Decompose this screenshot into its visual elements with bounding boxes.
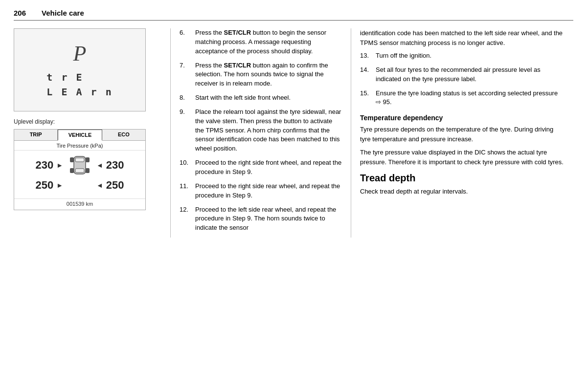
svg-rect-2	[75, 169, 84, 173]
step-15-text: Ensure the tyre loading status is set ac…	[376, 89, 564, 108]
left-column: P t r E L E A r n Uplevel display: TRIP …	[14, 28, 170, 238]
temperature-heading: Temperature dependency	[360, 114, 564, 122]
step-13-num: 13.	[360, 51, 373, 61]
step-14-text: Set all four tyres to the recommended ai…	[376, 65, 564, 84]
step-13-text: Turn off the ignition.	[376, 51, 431, 61]
temperature-para1: Tyre pressure depends on the temperature…	[360, 125, 564, 144]
step-7: 7. Press the SET/CLR button again to con…	[180, 61, 342, 89]
step-12: 12. Proceed to the left side rear wheel,…	[180, 205, 342, 233]
step-14: 14. Set all four tyres to the recommende…	[360, 65, 564, 84]
step-13: 13. Turn off the ignition.	[360, 51, 564, 61]
middle-column: 6. Press the SET/CLR button to begin the…	[170, 28, 351, 238]
step-11-text: Proceed to the right side rear wheel, an…	[195, 182, 342, 200]
tread-section: Tread depth Check tread depth at regular…	[360, 173, 564, 196]
step-14-num: 14.	[360, 65, 373, 84]
step-9-text: Place the relearn tool against the tyre …	[195, 108, 342, 153]
page-header: 206 Vehicle care	[14, 9, 573, 21]
continuation-text: identification code has been matched to …	[360, 28, 564, 47]
step-6: 6. Press the SET/CLR button to begin the…	[180, 28, 342, 56]
uplevel-tabs: TRIP VEHICLE ECO	[14, 130, 145, 141]
step-11-num: 11.	[180, 182, 192, 200]
front-right-pressure: 230	[106, 159, 131, 172]
svg-rect-6	[86, 168, 90, 173]
uplevel-display: TRIP VEHICLE ECO Tire Pressure (kPa) 230…	[14, 129, 146, 210]
tab-eco[interactable]: ECO	[102, 130, 145, 140]
front-left-arrow: ►	[56, 161, 63, 169]
step-8: 8. Start with the left side front wheel.	[180, 93, 342, 103]
svg-rect-3	[70, 157, 74, 162]
pressure-title: Tire Pressure (kPa)	[14, 141, 145, 151]
step-9-num: 9.	[180, 108, 192, 153]
step-8-num: 8.	[180, 93, 192, 103]
step-9: 9. Place the relearn tool against the ty…	[180, 108, 342, 153]
front-left-pressure: 230	[29, 159, 53, 172]
tab-trip[interactable]: TRIP	[14, 130, 58, 140]
svg-rect-5	[70, 168, 74, 173]
step-10-num: 10.	[180, 158, 192, 177]
steps-list-right: 13. Turn off the ignition. 14. Set all f…	[360, 51, 564, 107]
tab-vehicle[interactable]: VEHICLE	[58, 130, 102, 141]
pressure-display: 230 ►	[14, 151, 145, 198]
rear-right-arrow: ◄	[96, 181, 103, 189]
car-diagram	[66, 154, 93, 176]
front-right-arrow: ◄	[96, 161, 103, 169]
temperature-section: Temperature dependency Tyre pressure dep…	[360, 114, 564, 167]
instrument-display: P t r E L E A r n	[14, 28, 146, 111]
step-11: 11. Proceed to the right side rear wheel…	[180, 182, 342, 200]
display-letter: P	[73, 41, 87, 66]
step-10: 10. Proceed to the right side front whee…	[180, 158, 342, 177]
rear-pressure-row: 250 ► ◄ 250	[19, 179, 140, 192]
page-title: Vehicle care	[42, 9, 84, 17]
display-text-line1: t r E L E A r n	[46, 70, 113, 99]
rear-left-pressure: 250	[29, 179, 53, 192]
uplevel-label: Uplevel display:	[14, 118, 160, 125]
front-pressure-row: 230 ►	[19, 154, 140, 176]
tread-heading: Tread depth	[360, 173, 564, 184]
step-12-text: Proceed to the left side rear wheel, and…	[195, 205, 342, 233]
step-7-num: 7.	[180, 61, 192, 89]
svg-rect-1	[75, 158, 84, 162]
page: 206 Vehicle care P t r E L E A r n Uplev…	[0, 0, 587, 251]
step-10-text: Proceed to the right side front wheel, a…	[195, 158, 342, 177]
step-6-text: Press the SET/CLR button to begin the se…	[195, 28, 342, 56]
temperature-para2: The tyre pressure value displayed in the…	[360, 148, 564, 167]
rear-left-arrow: ►	[56, 181, 63, 189]
steps-list-middle: 6. Press the SET/CLR button to begin the…	[180, 28, 342, 233]
tread-text: Check tread depth at regular intervals.	[360, 187, 564, 196]
page-number: 206	[14, 9, 26, 17]
step-15: 15. Ensure the tyre loading status is se…	[360, 89, 564, 108]
step-12-num: 12.	[180, 205, 192, 233]
step-8-text: Start with the left side front wheel.	[195, 93, 291, 103]
svg-rect-4	[86, 157, 90, 162]
rear-right-pressure: 250	[106, 179, 131, 192]
step-7-text: Press the SET/CLR button again to confir…	[195, 61, 342, 89]
step-15-num: 15.	[360, 89, 373, 108]
odometer: 001539 km	[14, 198, 145, 210]
step-6-num: 6.	[180, 28, 192, 56]
content-area: P t r E L E A r n Uplevel display: TRIP …	[14, 28, 573, 238]
right-column: identification code has been matched to …	[351, 28, 573, 238]
